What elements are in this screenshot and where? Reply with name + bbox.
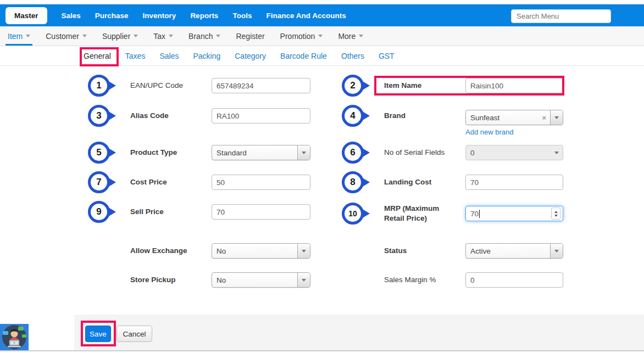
nav-purchase[interactable]: Purchase (95, 12, 129, 20)
callout-4-number: 4 (342, 105, 364, 127)
menu-register-label: Register (236, 32, 264, 41)
callout-arrow-icon (108, 81, 116, 91)
callout-8-number: 8 (342, 171, 364, 193)
save-button[interactable]: Save (85, 326, 111, 342)
tab-general[interactable]: General (84, 52, 111, 60)
callout-2: 2 (342, 75, 384, 97)
nav-tools[interactable]: Tools (232, 12, 252, 20)
dropdown-button[interactable] (550, 244, 563, 258)
chat-avatar[interactable] (0, 324, 29, 350)
top-strip (0, 0, 644, 4)
callout-arrow-icon (108, 111, 116, 121)
add-new-brand-link[interactable]: Add new brand (465, 128, 513, 136)
dropdown-button[interactable] (297, 145, 310, 160)
menu-branch-label: Branch (188, 32, 213, 41)
menu-promotion[interactable]: Promotion (280, 26, 323, 46)
clear-icon[interactable]: × (538, 114, 550, 122)
tab-category[interactable]: Category (235, 52, 266, 60)
allow-exchange-value: No (212, 247, 297, 255)
tab-sales[interactable]: Sales (159, 52, 179, 60)
row-landing-cost: 8 Landing Cost (342, 171, 584, 193)
row-allow-exchange: Allow Exchange No (88, 240, 324, 262)
sales-margin-input[interactable] (465, 272, 563, 288)
ean-upc-code-label: EAN/UPC Code (130, 81, 212, 91)
tab-packing[interactable]: Packing (193, 52, 220, 60)
chevron-down-icon (302, 250, 306, 253)
menu-tax[interactable]: Tax (153, 26, 173, 46)
brand-value: Sunfeast (466, 114, 538, 122)
item-tabs: General Taxes Sales Packing Category Bar… (0, 46, 644, 66)
number-spinner[interactable] (551, 208, 560, 220)
callout-5: 5 (88, 142, 130, 164)
mrp-input[interactable]: 70 (465, 206, 563, 221)
product-type-select[interactable]: Standard (212, 145, 310, 160)
callout-arrow-icon (362, 177, 370, 187)
chevron-down-icon (554, 116, 559, 119)
status-select[interactable]: Active (465, 243, 563, 259)
callout-arrow-icon (108, 148, 116, 158)
search-menu-input[interactable] (511, 9, 611, 23)
spinner-down-icon[interactable] (554, 215, 558, 217)
nav-master[interactable]: Master (5, 7, 47, 24)
menu-supplier-label: Supplier (102, 32, 130, 41)
dropdown-button[interactable] (297, 273, 310, 287)
serial-fields-select[interactable]: 0 (465, 145, 563, 160)
dropdown-button (550, 145, 563, 160)
dropdown-button[interactable] (550, 110, 563, 125)
allow-exchange-select[interactable]: No (212, 243, 310, 259)
cancel-button[interactable]: Cancel (116, 326, 152, 342)
row-brand: 4 Brand Sunfeast × Add new brand (342, 105, 584, 127)
landing-cost-label: Landing Cost (384, 177, 465, 187)
product-type-label: Product Type (130, 148, 212, 158)
menu-branch[interactable]: Branch (188, 26, 220, 46)
menu-more[interactable]: More (338, 26, 363, 46)
callout-arrow-icon (362, 209, 370, 218)
chevron-down-icon (82, 35, 87, 37)
callout-6-number: 6 (342, 142, 364, 164)
alias-code-input[interactable] (212, 108, 310, 124)
chevron-down-icon (134, 35, 138, 37)
menu-tax-label: Tax (153, 32, 165, 41)
nav-inventory[interactable]: Inventory (143, 12, 176, 20)
item-name-label: Item Name (384, 81, 465, 91)
spinner-up-icon[interactable] (554, 211, 558, 213)
callout-3-number: 3 (88, 105, 110, 127)
sell-price-input[interactable] (212, 204, 310, 220)
brand-select[interactable]: Sunfeast × (465, 110, 563, 125)
callout-9-number: 9 (88, 201, 110, 223)
cost-price-input[interactable] (212, 175, 310, 190)
dropdown-button[interactable] (297, 244, 310, 258)
tab-barcode-rule[interactable]: Barcode Rule (280, 52, 327, 60)
callout-arrow-icon (362, 148, 370, 158)
tab-taxes[interactable]: Taxes (125, 52, 146, 60)
nav-reports[interactable]: Reports (190, 12, 218, 20)
callout-1-number: 1 (88, 75, 110, 97)
row-serial-fields: 6 No of Serial Fields 0 (342, 142, 584, 164)
row-cost-price: 7 Cost Price (88, 171, 324, 193)
nav-finance-and-accounts[interactable]: Finance And Accounts (266, 12, 346, 20)
store-pickup-select[interactable]: No (212, 272, 310, 288)
callout-4: 4 (342, 105, 384, 127)
item-name-input[interactable] (465, 78, 563, 93)
store-pickup-label: Store Pickup (130, 275, 212, 285)
sell-price-label: Sell Price (130, 207, 212, 217)
chevron-down-icon (302, 152, 306, 154)
callout-5-number: 5 (88, 142, 110, 164)
callout-10-number: 10 (342, 203, 364, 225)
menu-customer[interactable]: Customer (46, 26, 87, 46)
chevron-down-icon (318, 35, 323, 37)
callout-9: 9 (88, 201, 130, 223)
nav-sales[interactable]: Sales (62, 12, 81, 20)
menu-item[interactable]: Item (8, 26, 30, 46)
text-cursor (479, 210, 480, 218)
menu-register[interactable]: Register (236, 26, 264, 46)
store-pickup-value: No (212, 276, 297, 284)
menu-supplier[interactable]: Supplier (102, 26, 138, 46)
ean-upc-code-input[interactable] (212, 78, 310, 93)
row-sell-price: 9 Sell Price (88, 201, 324, 223)
tab-others[interactable]: Others (341, 52, 364, 60)
landing-cost-input[interactable] (465, 175, 563, 190)
callout-1: 1 (88, 75, 130, 97)
row-ean-upc-code: 1 EAN/UPC Code (88, 75, 324, 97)
tab-gst[interactable]: GST (379, 52, 395, 60)
